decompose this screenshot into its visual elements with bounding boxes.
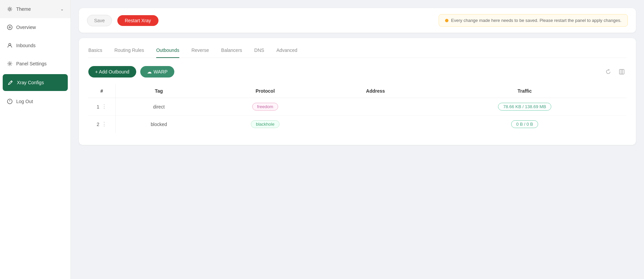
row-number: 1 (97, 104, 99, 110)
sidebar-item-logout[interactable]: Log Out (0, 92, 70, 111)
tab-basics[interactable]: Basics (88, 48, 102, 58)
sidebar-item-xray-configs[interactable]: Xray Configs (3, 74, 68, 91)
overview-icon (7, 24, 13, 30)
traffic-badge: 0 B / 0 B (511, 120, 538, 128)
sidebar-item-panel-settings[interactable]: Panel Settings (0, 55, 70, 73)
svg-point-9 (7, 25, 12, 30)
svg-point-11 (9, 43, 11, 45)
col-traffic: Traffic (423, 84, 626, 98)
content-card: Basics Routing Rules Outbounds Reverse B… (79, 38, 636, 145)
col-num: # (88, 84, 115, 98)
row-address (328, 98, 423, 116)
outbounds-table: # Tag Protocol Address Traffic 1 ⋮ direc… (88, 84, 626, 133)
chevron-down-icon: ⌄ (60, 7, 64, 11)
top-bar: Save Restart Xray Every change made here… (79, 8, 636, 33)
svg-line-6 (11, 10, 11, 11)
row-actions-icon[interactable]: ⋮ (101, 121, 107, 127)
svg-rect-15 (619, 69, 624, 74)
sidebar-item-inbounds[interactable]: Inbounds (0, 36, 70, 55)
col-tag: Tag (115, 84, 202, 98)
row-num-cell: 2 ⋮ (88, 116, 115, 133)
sidebar-item-overview[interactable]: Overview (0, 18, 70, 36)
sidebar-item-theme[interactable]: Theme ⌄ (0, 0, 70, 18)
svg-point-0 (9, 8, 11, 10)
table-row: 2 ⋮ blocked blackhole 0 B / 0 B (88, 116, 626, 133)
svg-line-5 (8, 7, 8, 8)
logout-icon (7, 98, 13, 104)
row-tag: blocked (115, 116, 202, 133)
protocol-badge: freedom (252, 103, 279, 111)
restart-xray-button[interactable]: Restart Xray (117, 15, 158, 26)
protocol-badge: blackhole (251, 120, 280, 128)
sun-icon (7, 6, 13, 12)
row-traffic: 78.66 KB / 138.69 MB (423, 98, 626, 116)
row-tag: direct (115, 98, 202, 116)
add-outbound-label: + Add Outbound (95, 69, 129, 74)
action-bar: + Add Outbound ☁ WARP (88, 66, 626, 78)
columns-button[interactable] (617, 67, 626, 76)
sidebar-item-label: Panel Settings (16, 61, 47, 66)
table-row: 1 ⋮ direct freedom 78.66 KB / 138.69 MB (88, 98, 626, 116)
row-protocol: freedom (202, 98, 328, 116)
tabs-bar: Basics Routing Rules Outbounds Reverse B… (88, 48, 626, 58)
warp-label: WARP (154, 69, 168, 74)
tab-outbounds[interactable]: Outbounds (156, 48, 179, 58)
row-actions-icon[interactable]: ⋮ (101, 103, 107, 110)
gear-icon (7, 61, 13, 67)
notice-icon (445, 19, 448, 22)
sidebar-item-label: Xray Configs (17, 80, 44, 85)
svg-point-12 (9, 63, 11, 65)
sidebar-item-label: Overview (16, 25, 36, 30)
row-traffic: 0 B / 0 B (423, 116, 626, 133)
tab-balancers[interactable]: Balancers (221, 48, 242, 58)
col-address: Address (328, 84, 423, 98)
refresh-button[interactable] (604, 67, 613, 76)
pen-icon (7, 80, 13, 86)
user-icon (7, 42, 13, 49)
row-address (328, 116, 423, 133)
add-outbound-button[interactable]: + Add Outbound (88, 66, 136, 78)
tab-advanced[interactable]: Advanced (276, 48, 297, 58)
svg-line-8 (8, 10, 8, 11)
notice-box: Every change made here needs to be saved… (439, 14, 628, 27)
sidebar: Theme ⌄ Overview Inbounds Panel Setti (0, 0, 71, 279)
svg-line-7 (11, 7, 11, 8)
tab-dns[interactable]: DNS (254, 48, 264, 58)
sidebar-item-label: Log Out (16, 99, 33, 104)
save-button[interactable]: Save (87, 15, 112, 26)
row-protocol: blackhole (202, 116, 328, 133)
col-protocol: Protocol (202, 84, 328, 98)
svg-point-10 (9, 27, 10, 28)
row-number: 2 (97, 122, 99, 127)
tab-reverse[interactable]: Reverse (192, 48, 209, 58)
warp-button[interactable]: ☁ WARP (140, 66, 174, 78)
row-num-cell: 1 ⋮ (88, 98, 115, 116)
main-content: Save Restart Xray Every change made here… (71, 0, 644, 279)
tab-routing-rules[interactable]: Routing Rules (114, 48, 144, 58)
sidebar-item-label: Theme (16, 6, 31, 12)
warp-cloud-icon: ☁ (147, 69, 152, 74)
sidebar-item-label: Inbounds (16, 43, 36, 48)
svg-line-13 (11, 81, 12, 82)
table-actions (604, 67, 626, 76)
notice-text: Every change made here needs to be saved… (451, 18, 621, 23)
traffic-badge: 78.66 KB / 138.69 MB (498, 103, 551, 111)
